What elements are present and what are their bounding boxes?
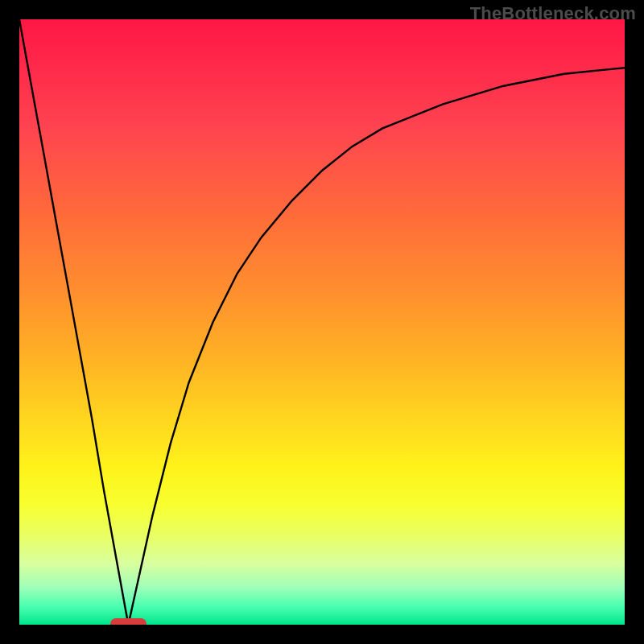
plot-area (19, 19, 625, 625)
gradient-background (19, 19, 625, 625)
watermark-text: TheBottleneck.com (470, 3, 636, 24)
chart-frame: TheBottleneck.com (0, 0, 644, 644)
optimal-marker (110, 618, 147, 625)
